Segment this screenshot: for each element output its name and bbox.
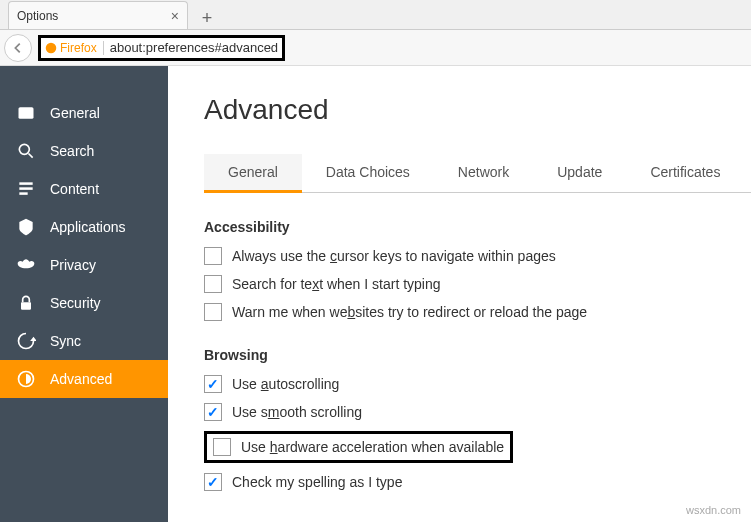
label-smooth-scroll[interactable]: Use smooth scrolling [232, 404, 362, 420]
sidebar-label: Security [50, 295, 101, 311]
label-hardware-accel[interactable]: Use hardware acceleration when available [241, 439, 504, 455]
section-accessibility-title: Accessibility [204, 219, 751, 235]
sidebar-item-applications[interactable]: Applications [0, 208, 168, 246]
label-warn-redirect[interactable]: Warn me when websites try to redirect or… [232, 304, 587, 320]
advanced-icon [16, 369, 36, 389]
svg-point-0 [46, 42, 57, 53]
svg-rect-7 [21, 302, 31, 310]
sidebar-item-advanced[interactable]: Advanced [0, 360, 168, 398]
firefox-icon [45, 42, 57, 54]
sidebar-item-sync[interactable]: Sync [0, 322, 168, 360]
general-icon [16, 103, 36, 123]
tab-network[interactable]: Network [434, 154, 533, 192]
checkbox-hardware-accel[interactable] [213, 438, 231, 456]
navigation-toolbar: Firefox about:preferences#advanced [0, 30, 751, 66]
opt-search-text: Search for text when I start typing [204, 275, 751, 293]
content-area: General Search Content Applications Priv… [0, 66, 751, 522]
applications-icon [16, 217, 36, 237]
sync-icon [16, 331, 36, 351]
sidebar-label: General [50, 105, 100, 121]
opt-hardware-accel-row: Use hardware acceleration when available [204, 431, 751, 463]
checkbox-warn-redirect[interactable] [204, 303, 222, 321]
sidebar-label: Privacy [50, 257, 96, 273]
lock-icon [16, 293, 36, 313]
privacy-icon [16, 255, 36, 275]
badge-label: Firefox [60, 41, 97, 55]
sidebar-label: Applications [50, 219, 126, 235]
opt-warn-redirect: Warn me when websites try to redirect or… [204, 303, 751, 321]
url-text: about:preferences#advanced [110, 40, 278, 55]
sidebar-label: Search [50, 143, 94, 159]
sidebar-label: Advanced [50, 371, 112, 387]
sidebar-item-privacy[interactable]: Privacy [0, 246, 168, 284]
opt-smooth-scroll: Use smooth scrolling [204, 403, 751, 421]
svg-rect-1 [19, 107, 34, 119]
tab-title: Options [17, 9, 58, 23]
search-icon [16, 141, 36, 161]
subtab-bar: General Data Choices Network Update Cert… [204, 154, 751, 193]
sidebar-label: Sync [50, 333, 81, 349]
back-button[interactable] [4, 34, 32, 62]
browser-tab[interactable]: Options × [8, 1, 188, 29]
firefox-badge: Firefox [45, 41, 104, 55]
new-tab-button[interactable]: + [194, 7, 220, 29]
label-search-text[interactable]: Search for text when I start typing [232, 276, 441, 292]
svg-rect-5 [19, 187, 32, 190]
checkbox-autoscroll[interactable] [204, 375, 222, 393]
checkbox-cursor-keys[interactable] [204, 247, 222, 265]
sidebar-item-security[interactable]: Security [0, 284, 168, 322]
checkbox-spellcheck[interactable] [204, 473, 222, 491]
opt-autoscroll: Use autoscrolling [204, 375, 751, 393]
tab-strip: Options × + [0, 0, 751, 30]
page-title: Advanced [204, 94, 751, 126]
label-spellcheck[interactable]: Check my spelling as I type [232, 474, 402, 490]
checkbox-smooth-scroll[interactable] [204, 403, 222, 421]
svg-line-3 [29, 154, 33, 158]
checkbox-search-text[interactable] [204, 275, 222, 293]
svg-point-2 [19, 144, 29, 154]
content-icon [16, 179, 36, 199]
watermark: wsxdn.com [686, 504, 741, 516]
url-bar[interactable]: Firefox about:preferences#advanced [38, 35, 285, 61]
opt-cursor-keys: Always use the cursor keys to navigate w… [204, 247, 751, 265]
tab-certificates[interactable]: Certificates [626, 154, 744, 192]
section-browsing-title: Browsing [204, 347, 751, 363]
main-panel: Advanced General Data Choices Network Up… [168, 66, 751, 522]
close-icon[interactable]: × [171, 8, 179, 24]
tab-update[interactable]: Update [533, 154, 626, 192]
sidebar-item-general[interactable]: General [0, 94, 168, 132]
opt-spellcheck: Check my spelling as I type [204, 473, 751, 491]
svg-rect-6 [19, 192, 27, 195]
category-sidebar: General Search Content Applications Priv… [0, 66, 168, 522]
sidebar-label: Content [50, 181, 99, 197]
sidebar-item-content[interactable]: Content [0, 170, 168, 208]
tab-data-choices[interactable]: Data Choices [302, 154, 434, 192]
label-cursor-keys[interactable]: Always use the cursor keys to navigate w… [232, 248, 556, 264]
sidebar-item-search[interactable]: Search [0, 132, 168, 170]
label-autoscroll[interactable]: Use autoscrolling [232, 376, 339, 392]
svg-rect-4 [19, 182, 32, 185]
tab-general[interactable]: General [204, 154, 302, 193]
